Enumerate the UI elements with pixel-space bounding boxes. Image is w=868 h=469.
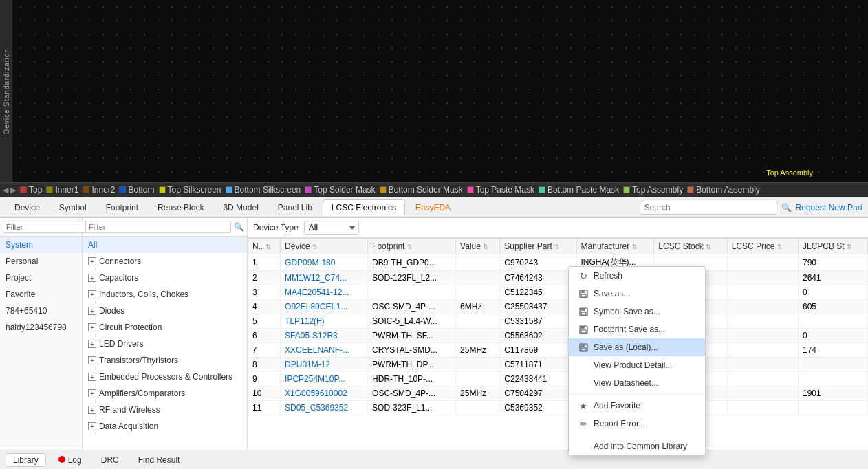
- expand-diodes[interactable]: +: [88, 307, 96, 315]
- footer-tab-library[interactable]: Library: [6, 453, 46, 467]
- table-row[interactable]: 6 SFA05-S12R3 PWRM-TH_SF... C5563602 0: [248, 329, 868, 343]
- layer-top[interactable]: Top: [20, 185, 42, 195]
- table-row[interactable]: 3 MA4E20541-12... C5122345 0: [248, 285, 868, 300]
- col-device[interactable]: Device ⇅: [281, 239, 368, 254]
- tab-reuse-block[interactable]: Reuse Block: [149, 199, 213, 215]
- category-item-capacitors[interactable]: + Capacitors: [83, 270, 247, 286]
- col-manufacturer[interactable]: Manufacturer ⇅: [576, 239, 654, 254]
- menu-item-view-product[interactable]: View Product Detail...: [569, 356, 705, 374]
- cell-device[interactable]: SFA05-S12R3: [281, 329, 368, 343]
- sidebar-item-user1[interactable]: 784+65410: [0, 303, 82, 319]
- sidebar-item-user2[interactable]: haidy123456798: [0, 319, 82, 336]
- cell-device[interactable]: IPCP254M10P...: [281, 372, 368, 386]
- sidebar-item-project[interactable]: Project: [0, 270, 82, 286]
- menu-item-add-favorite[interactable]: ★ Add Favorite: [569, 397, 705, 415]
- table-row[interactable]: 2 MM1W12_C74... SOD-123FL_L2... C7464243…: [248, 271, 868, 285]
- menu-item-save-as-local[interactable]: Save as (Local)...: [569, 338, 705, 356]
- table-row[interactable]: 7 XXCEELNANF-... CRYSTAL-SMD... 25MHz C1…: [248, 343, 868, 358]
- sidebar-item-favorite[interactable]: Favorite: [0, 286, 82, 303]
- expand-circuit-protection[interactable]: +: [88, 323, 96, 331]
- table-row[interactable]: 1 GDP09M-180 DB9-TH_GDP0... C970243 INGH…: [248, 254, 868, 271]
- menu-item-refresh[interactable]: ↻ Refresh: [569, 267, 705, 285]
- layer-bottom[interactable]: Bottom: [119, 185, 154, 195]
- expand-amplifiers[interactable]: +: [88, 389, 96, 397]
- tab-lcsc-electronics[interactable]: LCSC Electronics: [323, 199, 405, 216]
- category-filter-icon[interactable]: 🔍: [234, 222, 244, 232]
- expand-data-acq[interactable]: +: [88, 422, 96, 430]
- menu-item-footprint-save-as[interactable]: Footprint Save as...: [569, 320, 705, 338]
- sidebar-item-personal[interactable]: Personal: [0, 253, 82, 270]
- category-item-led-drivers[interactable]: + LED Drivers: [83, 336, 247, 352]
- footer-tab-drc[interactable]: DRC: [94, 454, 126, 466]
- expand-rf-wireless[interactable]: +: [88, 406, 96, 414]
- tab-symbol[interactable]: Symbol: [50, 199, 96, 215]
- table-row[interactable]: 5 TLP112(F) SOIC-5_L4.4-W... C5331587: [248, 314, 868, 329]
- menu-item-add-common[interactable]: Add into Common Library: [569, 437, 705, 455]
- expand-inductors[interactable]: +: [88, 290, 96, 298]
- device-type-select[interactable]: All SMD THT: [304, 221, 359, 235]
- category-item-inductors[interactable]: + Inductors, Coils, Chokes: [83, 286, 247, 303]
- category-filter-input[interactable]: [85, 221, 231, 233]
- category-item-amplifiers[interactable]: + Amplifiers/Comparators: [83, 385, 247, 402]
- layer-top-paste-mask[interactable]: Top Paste Mask: [467, 185, 534, 195]
- cell-device[interactable]: GDP09M-180: [281, 254, 368, 271]
- table-row[interactable]: 11 SD05_C5369352 SOD-323F_L1... C5369352: [248, 401, 868, 415]
- search-icon[interactable]: 🔍: [781, 203, 792, 212]
- layer-inner2[interactable]: Inner2: [83, 185, 115, 195]
- cell-device[interactable]: XXCEELNANF-...: [281, 343, 368, 358]
- expand-transistors[interactable]: +: [88, 356, 96, 364]
- category-item-diodes[interactable]: + Diodes: [83, 303, 247, 319]
- layer-bottom-silkscreen[interactable]: Bottom Silkscreen: [226, 185, 301, 195]
- cell-device[interactable]: DPU01M-12: [281, 358, 368, 372]
- table-row[interactable]: 4 O92EL89CEI-1... OSC-SMD_4P-... 6MHz C2…: [248, 300, 868, 314]
- col-lcsc-price[interactable]: LCSC Price ⇅: [727, 239, 798, 254]
- cell-device[interactable]: O92EL89CEI-1...: [281, 300, 368, 314]
- cell-device[interactable]: MM1W12_C74...: [281, 271, 368, 285]
- footer-tab-find-result[interactable]: Find Result: [131, 454, 187, 466]
- col-value[interactable]: Value ⇅: [456, 239, 500, 254]
- cell-device[interactable]: MA4E20541-12...: [281, 285, 368, 300]
- sidebar-item-system[interactable]: System: [0, 237, 82, 253]
- category-item-connectors[interactable]: + Connectors: [83, 253, 247, 270]
- layer-bottom-assembly[interactable]: Bottom Assembly: [687, 185, 760, 195]
- layer-bottom-paste-mask[interactable]: Bottom Paste Mask: [539, 185, 619, 195]
- col-jlcpcb[interactable]: JLCPCB St ⇅: [799, 239, 868, 254]
- request-new-part-link[interactable]: Request New Part: [796, 203, 862, 212]
- expand-connectors[interactable]: +: [88, 257, 96, 265]
- category-item-transistors[interactable]: + Transistors/Thyristors: [83, 352, 247, 369]
- menu-item-view-datasheet[interactable]: View Datasheet...: [569, 374, 705, 392]
- tab-easyeda[interactable]: EasyEDA: [406, 199, 459, 215]
- layer-top-assembly[interactable]: Top Assembly: [623, 185, 683, 195]
- tab-footprint[interactable]: Footprint: [97, 199, 147, 215]
- table-row[interactable]: 10 X1G0059610002 OSC-SMD_4P-... 25MHz C7…: [248, 386, 868, 401]
- col-n[interactable]: N.. ⇅: [248, 239, 281, 254]
- layer-inner1[interactable]: Inner1: [46, 185, 78, 195]
- table-row[interactable]: 8 DPU01M-12 PWRM-TH_DP... C5711871: [248, 358, 868, 372]
- category-item-circuit-protection[interactable]: + Circuit Protection: [83, 319, 247, 336]
- col-lcsc-stock[interactable]: LCSC Stock ⇅: [654, 239, 727, 254]
- layer-nav[interactable]: ◀ ▶: [3, 186, 16, 195]
- category-item-embedded[interactable]: + Embedded Processors & Controllers: [83, 369, 247, 385]
- tab-3d-model[interactable]: 3D Model: [214, 199, 267, 215]
- tab-device[interactable]: Device: [6, 199, 49, 215]
- table-row[interactable]: 9 IPCP254M10P... HDR-TH_10P-... C2243844…: [248, 372, 868, 386]
- tab-panel-lib[interactable]: Panel Lib: [269, 199, 321, 215]
- layer-bottom-solder-mask[interactable]: Bottom Solder Mask: [380, 185, 463, 195]
- category-item-rf-wireless[interactable]: + RF and Wireless: [83, 402, 247, 418]
- cell-device[interactable]: X1G0059610002: [281, 386, 368, 401]
- footer-tab-log[interactable]: Log: [52, 454, 89, 466]
- menu-item-symbol-save-as[interactable]: Symbol Save as...: [569, 303, 705, 320]
- col-supplier-part[interactable]: Supplier Part ⇅: [500, 239, 576, 254]
- cell-device[interactable]: SD05_C5369352: [281, 401, 368, 415]
- expand-embedded[interactable]: +: [88, 373, 96, 381]
- cell-device[interactable]: TLP112(F): [281, 314, 368, 329]
- category-item-data-acq[interactable]: + Data Acquisition: [83, 418, 247, 435]
- menu-item-save-as[interactable]: Save as...: [569, 285, 705, 303]
- expand-capacitors[interactable]: +: [88, 274, 96, 282]
- category-item-all[interactable]: All: [83, 237, 247, 253]
- col-footprint[interactable]: Footprint ⇅: [368, 239, 456, 254]
- expand-led-drivers[interactable]: +: [88, 340, 96, 348]
- table-scroll[interactable]: N.. ⇅ Device ⇅ Footprint ⇅ Value ⇅ Suppl…: [248, 238, 868, 469]
- layer-top-solder-mask[interactable]: Top Solder Mask: [305, 185, 375, 195]
- layer-top-silkscreen[interactable]: Top Silkscreen: [159, 185, 221, 195]
